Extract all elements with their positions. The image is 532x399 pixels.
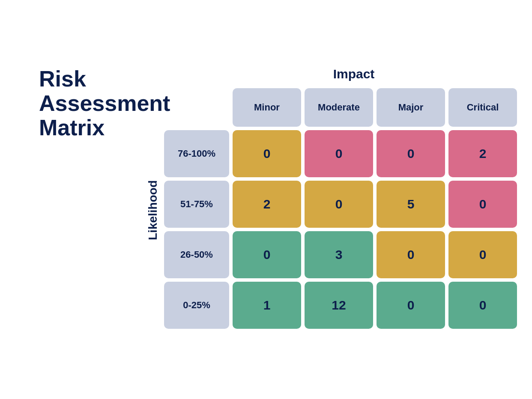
cell-1-0: 2: [233, 181, 301, 228]
col-header-0: Minor: [233, 88, 301, 127]
row-header-2: 26-50%: [164, 231, 229, 278]
col-header-2: Major: [377, 88, 445, 127]
row-header-1: 51-75%: [164, 181, 229, 228]
matrix-area: Impact Likelihood MinorModerateMajorCrit…: [146, 67, 493, 332]
cell-1-1: 0: [305, 181, 373, 228]
row-header-3: 0-25%: [164, 282, 229, 329]
cell-2-0: 0: [233, 231, 301, 278]
cell-3-2: 0: [377, 282, 445, 329]
cell-2-1: 3: [305, 231, 373, 278]
col-header-3: Critical: [448, 88, 517, 127]
cell-3-3: 0: [448, 282, 517, 329]
col-header-1: Moderate: [305, 88, 373, 127]
cell-0-0: 0: [233, 130, 301, 177]
cell-1-2: 5: [377, 181, 445, 228]
likelihood-label: Likelihood: [146, 180, 160, 240]
cell-2-3: 0: [448, 231, 517, 278]
cell-3-1: 12: [305, 282, 373, 329]
cell-3-0: 1: [233, 282, 301, 329]
cell-0-3: 2: [448, 130, 517, 177]
data-row-0: 76-100%0002: [164, 130, 517, 177]
impact-label: Impact: [146, 67, 493, 81]
data-row-2: 26-50%0300: [164, 231, 517, 278]
cell-1-3: 0: [448, 181, 517, 228]
cell-0-1: 0: [305, 130, 373, 177]
cell-2-2: 0: [377, 231, 445, 278]
data-row-1: 51-75%2050: [164, 181, 517, 228]
data-row-3: 0-25%11200: [164, 282, 517, 329]
cell-0-2: 0: [377, 130, 445, 177]
page-title: Risk Assessment Matrix: [39, 67, 176, 140]
header-row: MinorModerateMajorCritical: [233, 88, 517, 127]
matrix-wrapper: Likelihood MinorModerateMajorCritical 76…: [146, 88, 493, 332]
matrix-grid: MinorModerateMajorCritical 76-100%000251…: [164, 88, 517, 332]
container: Risk Assessment Matrix Impact Likelihood…: [30, 50, 502, 349]
